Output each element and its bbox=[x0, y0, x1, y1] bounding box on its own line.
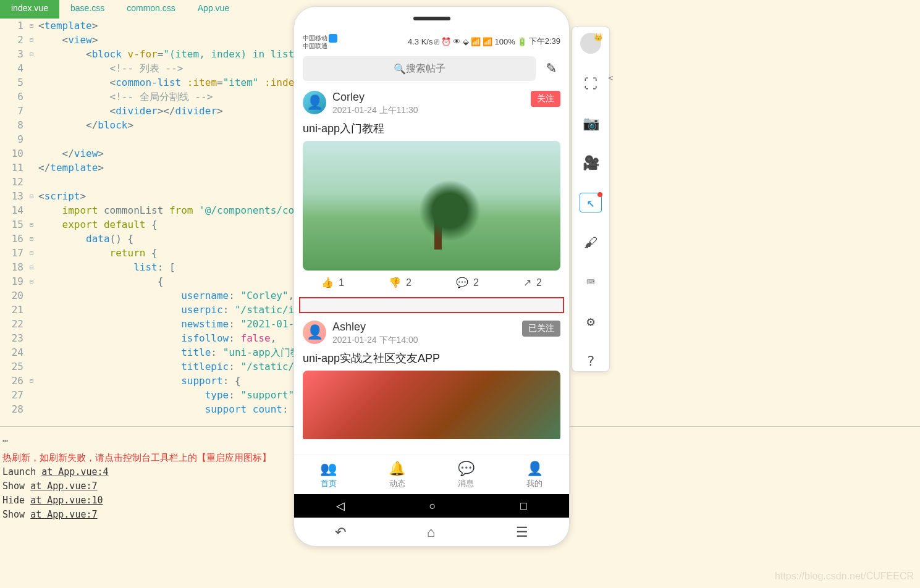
keyboard-icon[interactable]: ⌨ bbox=[580, 272, 602, 292]
comment-button[interactable]: 💬2 bbox=[456, 277, 479, 288]
post-title: uni-app入门教程 bbox=[299, 119, 564, 141]
tab-me[interactable]: 👤我的 bbox=[500, 455, 569, 494]
sim-back-icon[interactable]: ↶ bbox=[335, 524, 346, 540]
post-title: uni-app实战之社区交友APP bbox=[299, 348, 564, 371]
tab-base-css[interactable]: base.css bbox=[59, 0, 116, 19]
divider-highlight bbox=[299, 297, 564, 313]
search-icon: 🔍 bbox=[394, 63, 406, 75]
signal-icon: 📶 bbox=[471, 37, 481, 46]
console-link[interactable]: at App.vue:7 bbox=[30, 509, 97, 520]
line-numbers: 1234567891011121314151617181920212223242… bbox=[0, 19, 27, 416]
settings-icon[interactable]: ⚙ bbox=[580, 312, 602, 332]
follow-button[interactable]: 已关注 bbox=[522, 321, 560, 337]
fold-column[interactable]: ⊟⊟⊟⊟⊟⊟⊟⊟⊟⊟ bbox=[27, 19, 36, 416]
search-input[interactable]: 🔍 搜索帖子 bbox=[303, 56, 536, 81]
cursor-tool-icon[interactable]: ↖ bbox=[580, 193, 602, 213]
home-nav-icon[interactable]: ○ bbox=[429, 500, 436, 513]
code-area[interactable]: <template> <view> <block v-for="(item, i… bbox=[36, 19, 322, 416]
sim-nav: ↶ ⌂ ☰ bbox=[294, 518, 569, 546]
phone-notch bbox=[413, 17, 450, 20]
tab-app-vue[interactable]: App.vue bbox=[187, 0, 240, 19]
tab-feed[interactable]: 🔔动态 bbox=[363, 455, 431, 494]
android-nav: ◁ ○ □ bbox=[294, 494, 569, 518]
wifi-icon: ⬙ bbox=[463, 37, 469, 46]
compose-icon[interactable]: ✎ bbox=[542, 59, 560, 78]
console-link[interactable]: at App.vue:10 bbox=[30, 495, 103, 506]
chat-icon: 💬 bbox=[458, 461, 475, 477]
avatar[interactable]: 👤 bbox=[303, 321, 326, 344]
watermark: https://blog.csdn.net/CUFEECR bbox=[775, 571, 914, 582]
sim-home-icon[interactable]: ⌂ bbox=[427, 524, 435, 540]
feed-list[interactable]: 👤 Corley 2021-01-24 上午11:30 关注 uni-app入门… bbox=[294, 87, 569, 439]
tab-msg[interactable]: 💬消息 bbox=[432, 455, 500, 494]
dislike-button[interactable]: 👎2 bbox=[389, 277, 411, 288]
like-button[interactable]: 👍1 bbox=[321, 277, 344, 288]
share-button[interactable]: ↗2 bbox=[523, 277, 542, 288]
status-bar: 中国移动 中国联通 4.3 K/s ⎚ ⏰ 👁 ⬙ 📶 📶 100% 🔋 下午2… bbox=[294, 33, 569, 50]
devtools-toolbar: 👑 ⛶ 📷 🎥 ↖ 🖌 ⌨ ⚙ ? bbox=[572, 26, 610, 372]
tab-home[interactable]: 👥首页 bbox=[294, 455, 363, 494]
cast-icon: ⎚ bbox=[434, 37, 439, 46]
phone-simulator: 中国移动 中国联通 4.3 K/s ⎚ ⏰ 👁 ⬙ 📶 📶 100% 🔋 下午2… bbox=[293, 6, 570, 547]
fullscreen-icon[interactable]: ⛶ bbox=[580, 74, 602, 93]
screenshot-icon[interactable]: 📷 bbox=[580, 113, 602, 133]
post-username: Ashley bbox=[332, 321, 516, 334]
post-time: 2021-01-24 上午11:30 bbox=[332, 105, 525, 116]
crown-icon: 👑 bbox=[594, 33, 603, 41]
sim-menu-icon[interactable]: ☰ bbox=[516, 524, 528, 540]
tab-bar: 👥首页 🔔动态 💬消息 👤我的 bbox=[294, 455, 569, 494]
post-image[interactable] bbox=[303, 371, 560, 439]
post-username: Corley bbox=[332, 91, 525, 104]
record-icon[interactable]: 🎥 bbox=[580, 153, 602, 172]
post-item: 👤 Ashley 2021-01-24 下午14:00 已关注 uni-app实… bbox=[299, 317, 564, 439]
back-icon[interactable]: ◁ bbox=[336, 499, 345, 513]
user-icon: 👤 bbox=[526, 461, 543, 477]
comment-icon: 💬 bbox=[456, 277, 468, 288]
signal2-icon: 📶 bbox=[483, 37, 492, 46]
recent-icon[interactable]: □ bbox=[520, 500, 527, 513]
console-link[interactable]: at App.vue:7 bbox=[30, 481, 97, 492]
tab-common-css[interactable]: common.css bbox=[116, 0, 187, 19]
home-icon: 👥 bbox=[320, 461, 337, 477]
brush-icon[interactable]: 🖌 bbox=[580, 232, 602, 252]
thumbs-up-icon: 👍 bbox=[321, 277, 334, 288]
tab-index-vue[interactable]: index.vue bbox=[0, 0, 59, 19]
collapse-caret-icon[interactable]: < bbox=[608, 73, 613, 83]
eye-icon: 👁 bbox=[453, 37, 461, 46]
console-link[interactable]: at App.vue:4 bbox=[41, 466, 108, 477]
post-time: 2021-01-24 下午14:00 bbox=[332, 335, 516, 346]
follow-button[interactable]: 关注 bbox=[531, 91, 560, 107]
alarm-icon: ⏰ bbox=[441, 37, 451, 46]
battery-icon: 🔋 bbox=[517, 37, 527, 46]
help-icon[interactable]: ? bbox=[580, 351, 602, 371]
post-image[interactable] bbox=[303, 141, 560, 271]
post-item: 👤 Corley 2021-01-24 上午11:30 关注 uni-app入门… bbox=[299, 87, 564, 295]
avatar[interactable]: 👤 bbox=[303, 91, 326, 114]
bell-icon: 🔔 bbox=[389, 461, 405, 477]
share-icon: ↗ bbox=[523, 277, 531, 288]
profile-avatar[interactable]: 👑 bbox=[580, 33, 602, 54]
thumbs-down-icon: 👎 bbox=[389, 277, 401, 288]
